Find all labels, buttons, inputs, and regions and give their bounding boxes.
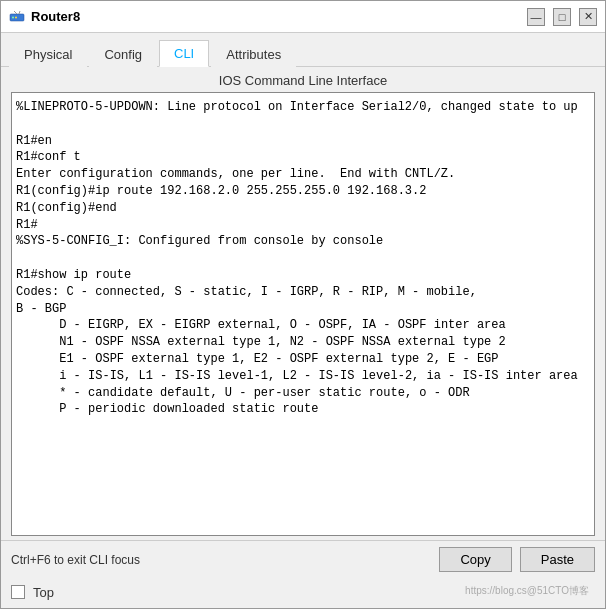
cli-hint: Ctrl+F6 to exit CLI focus	[11, 553, 140, 567]
svg-point-2	[15, 16, 17, 18]
action-buttons: Copy Paste	[439, 547, 595, 572]
tab-config[interactable]: Config	[89, 41, 157, 67]
title-bar-left: Router8	[9, 9, 80, 25]
bottom-bar: Ctrl+F6 to exit CLI focus Copy Paste	[1, 540, 605, 578]
cli-area: %LINEPROTO-5-UPDOWN: Line protocol on In…	[1, 92, 605, 540]
main-window: Router8 — □ ✕ Physical Config CLI Attrib…	[0, 0, 606, 609]
tab-physical[interactable]: Physical	[9, 41, 87, 67]
title-bar-controls: — □ ✕	[527, 8, 597, 26]
svg-line-4	[19, 11, 20, 14]
title-bar: Router8 — □ ✕	[1, 1, 605, 33]
tab-attributes[interactable]: Attributes	[211, 41, 296, 67]
window-title: Router8	[31, 9, 80, 24]
section-title: IOS Command Line Interface	[1, 67, 605, 92]
tab-cli[interactable]: CLI	[159, 40, 209, 67]
minimize-button[interactable]: —	[527, 8, 545, 26]
svg-point-1	[12, 16, 14, 18]
footer-bar: Top https://blog.cs@51CTO博客	[1, 578, 605, 608]
router-icon	[9, 9, 25, 25]
maximize-button[interactable]: □	[553, 8, 571, 26]
watermark: https://blog.cs@51CTO博客	[465, 584, 595, 600]
top-checkbox[interactable]	[11, 585, 25, 599]
tab-bar: Physical Config CLI Attributes	[1, 33, 605, 67]
close-button[interactable]: ✕	[579, 8, 597, 26]
copy-button[interactable]: Copy	[439, 547, 511, 572]
cli-terminal[interactable]: %LINEPROTO-5-UPDOWN: Line protocol on In…	[11, 92, 595, 536]
svg-line-3	[14, 11, 17, 14]
paste-button[interactable]: Paste	[520, 547, 595, 572]
top-label: Top	[33, 585, 54, 600]
